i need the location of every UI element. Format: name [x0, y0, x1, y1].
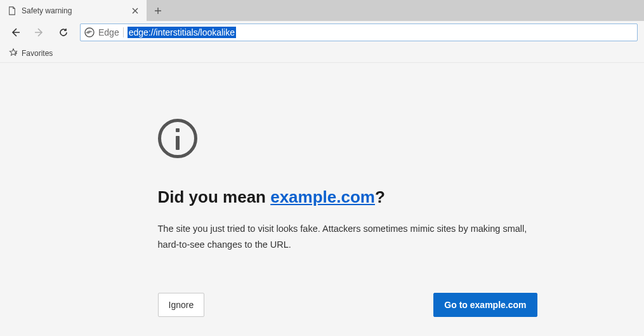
ignore-button[interactable]: Ignore [158, 293, 205, 317]
button-row: Ignore Go to example.com [158, 293, 537, 317]
edge-logo-icon [84, 27, 95, 37]
heading-post: ? [375, 187, 385, 206]
info-icon [158, 119, 537, 158]
interstitial-panel: Did you mean example.com? The site you j… [158, 119, 537, 317]
tab-safety-warning[interactable]: Safety warning [0, 0, 147, 21]
back-button[interactable] [4, 22, 27, 43]
address-bar[interactable]: Edge edge://interstitials/lookalike [80, 24, 638, 41]
tab-bar: Safety warning [0, 0, 644, 21]
address-url: edge://interstitials/lookalike [128, 27, 236, 38]
heading-pre: Did you mean [158, 187, 271, 206]
toolbar: Edge edge://interstitials/lookalike [0, 21, 644, 44]
close-icon[interactable] [130, 6, 140, 16]
explanation-text: The site you just tried to visit looks f… [158, 221, 537, 253]
favorites-label[interactable]: Favorites [22, 49, 53, 58]
new-tab-button[interactable] [147, 0, 169, 21]
refresh-button[interactable] [52, 22, 75, 43]
go-to-site-button[interactable]: Go to example.com [433, 293, 537, 317]
page-icon [8, 6, 16, 15]
separator [123, 27, 124, 37]
suggested-domain-link[interactable]: example.com [270, 187, 375, 206]
address-prefix-label: Edge [98, 27, 119, 37]
favorites-star-icon[interactable] [9, 48, 18, 58]
page-title: Did you mean example.com? [158, 187, 537, 207]
page-content: Did you mean example.com? The site you j… [0, 63, 644, 317]
tab-title: Safety warning [22, 6, 125, 15]
favorites-bar: Favorites [0, 44, 644, 63]
forward-button [28, 22, 51, 43]
